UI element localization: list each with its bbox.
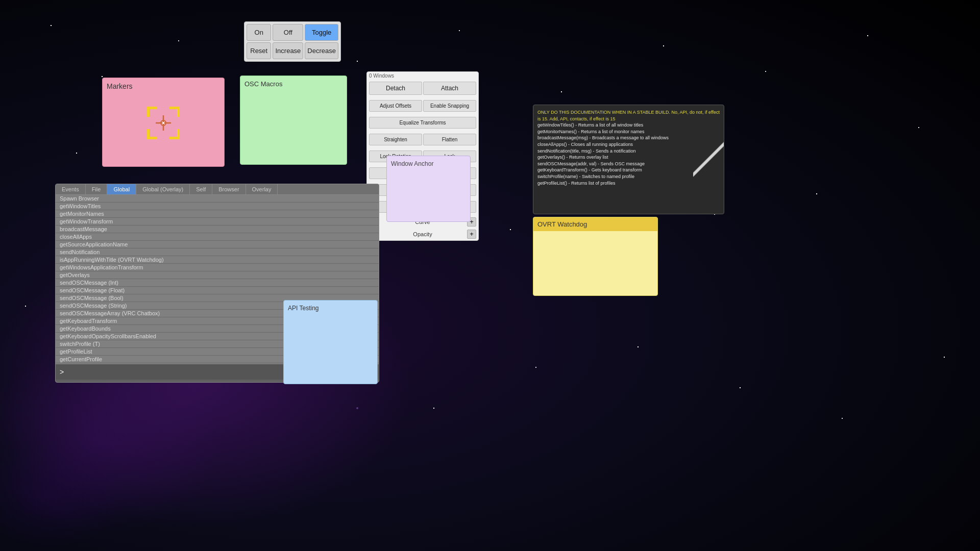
dark-console-line: getOverlays() - Returns overlay list (537, 154, 720, 161)
dark-console-line: broadcastMessage(msg) - Broadcasts a mes… (537, 135, 720, 141)
flatten-button[interactable]: Flatten (423, 134, 476, 145)
equalize-transforms-button[interactable]: Equalize Transforms (369, 117, 476, 129)
svg-rect-3 (177, 107, 180, 117)
console-line[interactable]: getWindowTransform (56, 218, 379, 226)
detach-button[interactable]: Detach (369, 82, 422, 95)
console-tabs: Events File Global Global (Overlay) Self… (56, 184, 379, 195)
dark-console-line: getWindowTitles() - Returns a list of al… (537, 122, 720, 129)
api-title: API Testing (288, 305, 373, 312)
dark-console-line: ONLY DO THIS DOCUMENTATION WHEN IN A STA… (537, 109, 720, 122)
tab-overlay[interactable]: Overlay (246, 184, 278, 194)
windows-label: 0 Windows (367, 72, 478, 80)
dark-console-line: switchProfile(name) - Switches to named … (537, 173, 720, 180)
decrease-button[interactable]: Decrease (305, 42, 338, 59)
console-line[interactable]: sendOSCMessage (Int) (56, 279, 379, 287)
console-prompt: > (60, 368, 64, 376)
console-line[interactable]: Spawn Browser (56, 195, 379, 203)
console-line[interactable]: isAppRunningWithTitle (OVRT Watchdog) (56, 256, 379, 264)
crosshair-icon (138, 97, 189, 148)
enable-snapping-button[interactable]: Enable Snapping (423, 100, 476, 112)
console-line[interactable]: getOverlays (56, 271, 379, 279)
watchdog-header: OVRT Watchdog (533, 217, 657, 231)
tab-events[interactable]: Events (56, 184, 86, 194)
anchor-panel: Window Anchor (386, 156, 471, 222)
on-button[interactable]: On (247, 24, 271, 41)
toggle-panel: On Off Toggle Reset Increase Decrease (244, 21, 341, 62)
dark-console: ONLY DO THIS DOCUMENTATION WHEN IN A STA… (533, 105, 724, 214)
dark-console-line: getKeyboardTransform() - Gets keyboard t… (537, 167, 720, 173)
marker-icon-area (107, 92, 220, 154)
console-line[interactable]: getWindowsApplicationTransform (56, 264, 379, 271)
dark-console-line: getProfileList() - Returns list of profi… (537, 180, 720, 187)
osc-macros-panel: OSC Macros (240, 76, 347, 165)
svg-point-11 (162, 122, 164, 124)
anchor-title: Window Anchor (391, 160, 466, 167)
svg-rect-7 (177, 129, 180, 139)
dark-console-line: closeAllApps() - Closes all running appl… (537, 141, 720, 148)
dark-console-line: getMonitorNames() - Returns a list of mo… (537, 129, 720, 135)
markers-title: Markers (107, 82, 220, 90)
straighten-button[interactable]: Straighten (369, 134, 422, 145)
tab-file[interactable]: File (86, 184, 108, 194)
api-panel: API Testing (283, 300, 378, 384)
console-line[interactable]: getSourceApplicationName (56, 241, 379, 248)
watchdog-panel: OVRT Watchdog (533, 217, 658, 296)
markers-panel: Markers (102, 78, 225, 167)
dark-console-line: sendNotification(title, msg) - Sends a n… (537, 148, 720, 155)
tab-browser[interactable]: Browser (212, 184, 246, 194)
console-line[interactable]: getMonitorNames (56, 210, 379, 218)
reset-button[interactable]: Reset (247, 42, 271, 59)
console-line[interactable]: closeAllApps (56, 233, 379, 241)
toggle-button[interactable]: Toggle (305, 24, 338, 41)
svg-rect-5 (147, 129, 150, 139)
console-line[interactable]: sendNotification (56, 248, 379, 256)
console-line[interactable]: getWindowTitles (56, 203, 379, 210)
dark-console-line: sendOSCMessage(addr, val) - Sends OSC me… (537, 161, 720, 167)
console-line[interactable]: broadcastMessage (56, 226, 379, 233)
attach-button[interactable]: Attach (423, 82, 476, 95)
svg-rect-1 (147, 107, 150, 117)
off-button[interactable]: Off (273, 24, 303, 41)
tab-global[interactable]: Global (107, 184, 136, 194)
osc-macros-title: OSC Macros (244, 80, 342, 88)
adjust-offsets-button[interactable]: Adjust Offsets (369, 100, 422, 112)
opacity-plus-button[interactable]: + (467, 230, 476, 239)
increase-button[interactable]: Increase (273, 42, 303, 59)
tab-global-overlay[interactable]: Global (Overlay) (136, 184, 190, 194)
console-line[interactable]: sendOSCMessage (Float) (56, 287, 379, 294)
tab-self[interactable]: Self (190, 184, 212, 194)
opacity-label: Opacity (380, 231, 465, 237)
